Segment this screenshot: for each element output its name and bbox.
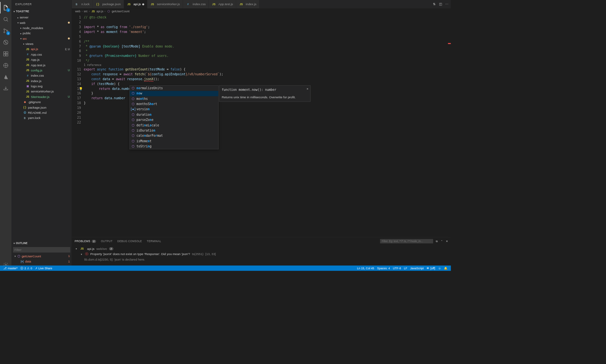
file-App.js[interactable]: JSApp.js	[12, 57, 72, 62]
problem-code: ts(2551)	[192, 252, 203, 256]
file-package.json[interactable]: { }package.json	[12, 105, 72, 110]
activity-extensions-icon[interactable]	[0, 48, 12, 60]
code-editor[interactable]: 12345678910111213141516171819202122 // @…	[72, 14, 451, 237]
breadcrumbs[interactable]: web›src›JSapi.js›⬡getUserCount	[72, 8, 451, 14]
breadcrumb-web[interactable]: web	[75, 10, 80, 13]
panel-filter-input[interactable]	[380, 239, 433, 243]
file-api.js[interactable]: JSapi.js2, U	[12, 47, 72, 52]
suggest-parseZone[interactable]: ⬡parseZone	[130, 117, 218, 123]
tab-n.lock[interactable]: 🗎n.lock	[72, 0, 93, 8]
status-cursor[interactable]: Ln 15, Col 45	[356, 266, 376, 270]
breadcrumb-api.js[interactable]: api.js	[96, 10, 103, 13]
activity-debug-icon[interactable]	[0, 37, 12, 48]
activity-bar: 1 5	[0, 0, 12, 271]
scm-badge: 5	[6, 31, 10, 35]
problem-file-path: web/src	[96, 247, 107, 251]
panel-tab-problems[interactable]: PROBLEMS 2	[75, 240, 96, 243]
panel-collapse-icon[interactable]: ⧉	[436, 240, 438, 243]
file-App.css[interactable]: #App.css	[12, 52, 72, 57]
tab-App.test.js[interactable]: JSApp.test.js	[209, 0, 236, 8]
status-bell-icon[interactable]: 🔔	[442, 266, 449, 270]
codelens[interactable]: 1 reference	[84, 63, 448, 67]
tab-index.css[interactable]: #index.css	[183, 0, 209, 8]
code-content[interactable]: // @ts-checkimport * as config from './c…	[84, 14, 448, 237]
more-icon[interactable]: ⋯	[445, 2, 448, 6]
svg-point-1	[4, 29, 5, 30]
problem-related[interactable]: lib.dom.d.ts[2230, 5]: 'json' is declare…	[75, 257, 448, 262]
folder-public[interactable]: ▸public	[12, 30, 72, 36]
panel-tab-output[interactable]: OUTPUT	[101, 240, 113, 243]
section-workspace[interactable]: ▾TOAST'RE	[12, 8, 72, 14]
file-index.css[interactable]: #index.css	[12, 73, 72, 78]
minimap[interactable]	[448, 14, 451, 237]
tab-serviceWorker.js[interactable]: JSserviceWorker.js	[147, 0, 183, 8]
split-icon[interactable]: ◫	[439, 2, 442, 6]
outline-data[interactable]: [▪]data1	[12, 259, 72, 264]
breadcrumb-getUserCount[interactable]: getUserCount	[112, 10, 129, 13]
tab-package.json[interactable]: { }package.json	[93, 0, 124, 8]
status-encoding[interactable]: UTF-8	[391, 266, 402, 270]
file-yarn.lock[interactable]: 🗎yarn.lock	[12, 115, 72, 120]
svg-rect-5	[4, 52, 6, 54]
status-feedback-icon[interactable]: ☺	[436, 266, 442, 270]
svg-point-2	[4, 32, 5, 33]
folder-views[interactable]: ▸views	[12, 41, 72, 46]
status-prettier[interactable]: 👁 [off]	[425, 266, 437, 270]
problem-loc: [13, 33]	[205, 252, 216, 256]
status-eol[interactable]: LF	[402, 266, 409, 270]
file-index.js[interactable]: JSindex.js	[12, 78, 72, 83]
suggest-widget[interactable]: ⬡normalizeUnits⬡now⬡months⬡monthsShort[▪…	[129, 85, 218, 149]
suggest-normalizeUnits[interactable]: ⬡normalizeUnits	[130, 86, 218, 91]
status-branch[interactable]: ⎇ master*	[2, 266, 19, 270]
status-language[interactable]: JavaScript	[409, 266, 425, 270]
suggest-now[interactable]: ⬡now	[130, 91, 218, 96]
section-outline[interactable]: ▾OUTLINE	[12, 240, 72, 246]
problem-file-row[interactable]: ▾ JS api.js web/src 2	[75, 246, 448, 251]
folder-node_modules[interactable]: ▸node_modules	[12, 25, 72, 30]
folder-src[interactable]: ▾src	[12, 36, 72, 41]
activity-search-icon[interactable]	[0, 14, 12, 25]
file-config.js[interactable]: JSconfig.jsU	[12, 68, 72, 73]
suggest-version[interactable]: [▪]version	[130, 107, 218, 112]
tab-index.js[interactable]: JSindex.js	[236, 0, 259, 8]
outline-getUserCount[interactable]: ▾⬡getUserCount1	[12, 253, 72, 259]
problem-row[interactable]: ▾ ⓧ Property 'jsonX' does not exist on t…	[75, 251, 448, 256]
activity-remote-icon[interactable]	[0, 60, 12, 71]
suggest-toString[interactable]: ⬡toString	[130, 144, 218, 149]
activity-scm-icon[interactable]: 5	[0, 25, 12, 37]
status-errors[interactable]: ⓧ 2 ⚠ 0	[19, 266, 34, 270]
tab-bar: 🗎n.lock{ }package.jsonJSapi.jsJSserviceW…	[72, 0, 451, 8]
suggest-duration[interactable]: ⬡duration	[130, 112, 218, 117]
folder-server[interactable]: ▸server	[12, 15, 72, 20]
folder-web[interactable]: ▾web	[12, 20, 72, 25]
file-README.md[interactable]: 🛈README.md	[12, 110, 72, 115]
activity-share-icon[interactable]	[0, 83, 12, 94]
status-liveshare[interactable]: ↗ Live Share	[34, 266, 54, 270]
file-.gitignore[interactable]: ◆.gitignore	[12, 99, 72, 104]
suggest-defineLocale[interactable]: ⬡defineLocale	[130, 123, 218, 128]
activity-explorer-icon[interactable]: 1	[0, 2, 12, 14]
panel-close-icon[interactable]: ✕	[446, 240, 448, 243]
suggest-isMoment[interactable]: ⬡isMoment	[130, 139, 218, 144]
panel-chevron-icon[interactable]: ⌃	[441, 240, 443, 243]
tab-api.js[interactable]: JSapi.js	[124, 0, 147, 8]
panel-tab-terminal[interactable]: TERMINAL	[147, 240, 161, 243]
suggest-monthsShort[interactable]: ⬡monthsShort	[130, 102, 218, 107]
sidebar: EXPLORER ▾TOAST'RE ▸server▾web▸node_modu…	[12, 0, 72, 271]
file-SiteHeader.js[interactable]: JSSiteHeader.jsU	[12, 94, 72, 99]
breadcrumb-src[interactable]: src	[84, 10, 88, 13]
file-App.test.js[interactable]: JSApp.test.js	[12, 62, 72, 68]
editor-area: 🗎n.lock{ }package.jsonJSapi.jsJSserviceW…	[72, 0, 451, 271]
suggest-calendarFormat[interactable]: ⬡calendarFormat	[130, 133, 218, 138]
panel-tab-debug[interactable]: DEBUG CONSOLE	[117, 240, 142, 243]
status-spaces[interactable]: Spaces: 4	[376, 266, 391, 270]
suggest-months[interactable]: ⬡months	[130, 96, 218, 102]
compare-icon[interactable]: ⇅	[433, 2, 435, 6]
file-logo.svg[interactable]: ▣logo.svg	[12, 83, 72, 89]
suggest-doc-close[interactable]: ×	[306, 87, 308, 91]
outline-filter-input[interactable]	[13, 247, 70, 252]
suggest-isDuration[interactable]: ⬡isDuration	[130, 128, 218, 133]
activity-azure-icon[interactable]	[0, 71, 12, 83]
svg-rect-7	[6, 54, 8, 56]
file-serviceWorker.js[interactable]: JSserviceWorker.js	[12, 89, 72, 94]
